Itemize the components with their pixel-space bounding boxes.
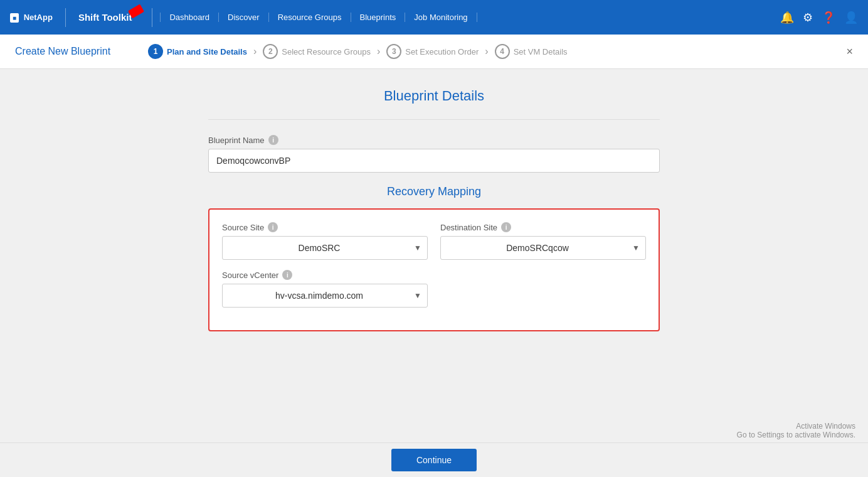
- destination-site-field: Destination Site i DemoSRCqcow ▼: [440, 222, 646, 260]
- nav-blueprints[interactable]: Blueprints: [351, 13, 406, 22]
- step-circle-2: 2: [263, 44, 278, 59]
- source-site-select-wrapper: DemoSRC ▼: [222, 236, 428, 260]
- step-label-4: Set VM Details: [514, 47, 568, 56]
- source-vcenter-info-icon[interactable]: i: [282, 270, 292, 280]
- step-label-1: Plan and Site Details: [167, 47, 247, 56]
- toolkit-label: Shift Toolkit: [78, 12, 132, 23]
- destination-site-label-row: Destination Site i: [440, 222, 646, 232]
- source-site-info-icon[interactable]: i: [268, 222, 278, 232]
- activate-windows-watermark: Activate Windows Go to Settings to activ…: [737, 422, 855, 439]
- nav-discover[interactable]: Discover: [219, 13, 269, 22]
- wizard-step-1[interactable]: 1 Plan and Site Details: [135, 44, 260, 59]
- step-label-3: Set Execution Order: [405, 47, 479, 56]
- blueprint-name-info-icon[interactable]: i: [268, 135, 278, 145]
- step-circle-1: 1: [148, 44, 163, 59]
- activate-windows-line1: Activate Windows: [737, 422, 855, 431]
- netapp-logo: ■ NetApp: [10, 13, 53, 22]
- recovery-mapping-title: Recovery Mapping: [208, 185, 660, 198]
- destination-site-select-wrapper: DemoSRCqcow ▼: [440, 236, 646, 260]
- nav-divider-main: [152, 8, 152, 27]
- footer: Continue: [0, 442, 868, 477]
- wizard-step-3[interactable]: 3 Set Execution Order: [374, 44, 491, 59]
- source-vcenter-field: Source vCenter i hv-vcsa.nimdemo.com ▼: [222, 270, 428, 308]
- blueprint-name-field: Blueprint Name i: [208, 135, 660, 173]
- close-button[interactable]: ×: [846, 45, 853, 58]
- form-container: Blueprint Details Blueprint Name i Recov…: [208, 88, 660, 331]
- top-navigation: ■ NetApp Shift Toolkit Dashboard Discove…: [0, 0, 868, 35]
- page-title: Create New Blueprint: [15, 46, 110, 57]
- help-icon[interactable]: ❓: [822, 11, 835, 24]
- destination-site-info-icon[interactable]: i: [501, 222, 511, 232]
- source-vcenter-select-wrapper: hv-vcsa.nimdemo.com ▼: [222, 284, 428, 308]
- nav-job-monitoring[interactable]: Job Monitoring: [405, 13, 477, 22]
- activate-windows-line2: Go to Settings to activate Windows.: [737, 431, 855, 439]
- nav-dashboard[interactable]: Dashboard: [160, 13, 219, 22]
- destination-site-select[interactable]: DemoSRCqcow: [440, 236, 646, 260]
- source-site-field: Source Site i DemoSRC ▼: [222, 222, 428, 260]
- blueprint-name-input[interactable]: [208, 149, 660, 173]
- source-vcenter-select[interactable]: hv-vcsa.nimdemo.com: [222, 284, 428, 308]
- source-site-label-row: Source Site i: [222, 222, 428, 232]
- blueprint-details-title: Blueprint Details: [208, 88, 660, 104]
- nav-divider-brand: [65, 8, 66, 27]
- step-label-2: Select Resource Groups: [282, 47, 371, 56]
- gear-icon[interactable]: ⚙: [803, 11, 813, 24]
- bell-icon[interactable]: 🔔: [780, 11, 794, 24]
- wizard-step-2[interactable]: 2 Select Resource Groups: [250, 44, 383, 59]
- nav-icons: 🔔 ⚙ ❓ 👤: [780, 11, 858, 24]
- sub-header: Create New Blueprint 1 Plan and Site Det…: [0, 35, 868, 69]
- wizard-step-4[interactable]: 4 Set VM Details: [482, 44, 580, 59]
- continue-button[interactable]: Continue: [391, 449, 477, 471]
- section-divider: [208, 119, 660, 120]
- wizard-steps: 1 Plan and Site Details › 2 Select Resou…: [135, 44, 580, 59]
- step-circle-4: 4: [495, 44, 510, 59]
- user-icon[interactable]: 👤: [844, 11, 858, 24]
- destination-site-label: Destination Site: [440, 223, 497, 232]
- nav-links: Dashboard Discover Resource Groups Bluep…: [160, 13, 780, 22]
- destination-vcenter-placeholder: [440, 270, 646, 308]
- source-site-label: Source Site: [222, 223, 264, 232]
- nav-resource-groups[interactable]: Resource Groups: [269, 13, 351, 22]
- step-circle-3: 3: [386, 44, 401, 59]
- site-row: Source Site i DemoSRC ▼ Destination Site: [222, 222, 646, 260]
- source-site-select[interactable]: DemoSRC: [222, 236, 428, 260]
- source-vcenter-label-row: Source vCenter i: [222, 270, 428, 280]
- blueprint-name-label-row: Blueprint Name i: [208, 135, 660, 145]
- brand: ■ NetApp Shift Toolkit: [10, 8, 132, 27]
- vcenter-row: Source vCenter i hv-vcsa.nimdemo.com ▼: [222, 270, 646, 308]
- recovery-mapping-box: Source Site i DemoSRC ▼ Destination Site: [208, 208, 660, 331]
- source-vcenter-label: Source vCenter: [222, 271, 278, 280]
- main-content: Blueprint Details Blueprint Name i Recov…: [0, 69, 868, 442]
- blueprint-name-label: Blueprint Name: [208, 136, 265, 145]
